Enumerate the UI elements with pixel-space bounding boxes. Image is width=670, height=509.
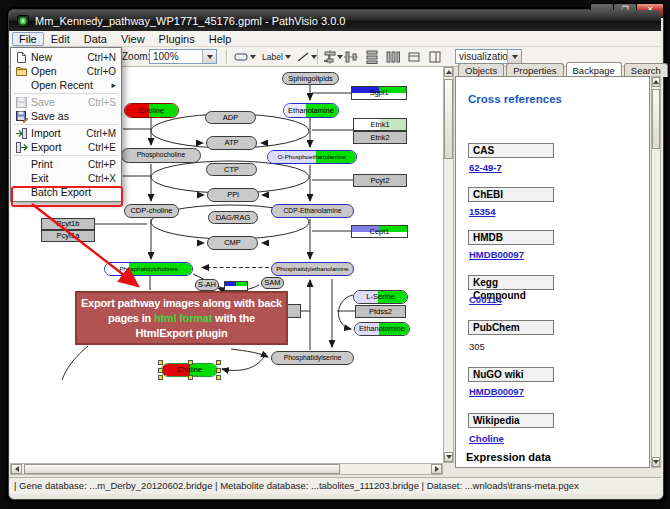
scroll-down-icon[interactable] — [444, 452, 453, 462]
file-menu-item-open-recent[interactable]: Open Recent▸ — [11, 78, 121, 92]
title-bar[interactable]: Mm_Kennedy_pathway_WP1771_45176.gpml - P… — [9, 10, 661, 31]
node-dag[interactable]: DAG/RAG — [208, 211, 258, 224]
node-pcyt2[interactable]: Pcyt2 — [353, 174, 407, 187]
export-image-icon[interactable] — [407, 50, 421, 64]
node-label: Ptdss2 — [369, 308, 392, 316]
side-panel-icon[interactable] — [428, 50, 442, 64]
annotation-line3: HtmlExport plugin — [77, 326, 286, 341]
scroll-left-icon[interactable] — [11, 464, 22, 474]
menubar-item-file[interactable]: File — [12, 32, 44, 46]
scroll-up-icon[interactable] — [652, 77, 660, 87]
node-sphingolipids[interactable]: Sphingolipids — [282, 72, 339, 85]
selection-handle[interactable] — [158, 368, 163, 373]
visualization-dropdown-icon[interactable] — [507, 50, 521, 63]
node-adp[interactable]: ADP — [205, 111, 256, 124]
backpage-value-chebi[interactable]: 15354 — [469, 206, 495, 217]
zoom-dropdown-icon[interactable] — [202, 50, 216, 63]
node-o-phosphoethanolamine[interactable]: O-Phosphoethanolamine — [267, 150, 357, 164]
file-menu: NewCtrl+NOpenCtrl+OOpen Recent▸SaveCtrl+… — [10, 47, 122, 202]
selection-handle[interactable] — [216, 368, 221, 373]
node-phosphatidylcholines[interactable]: Phosphatidylcholines — [104, 262, 193, 276]
selection-handle[interactable] — [158, 360, 163, 365]
node-phosphatidylserine[interactable]: Phosphatidylserine — [271, 351, 354, 365]
node-ethanolamine-bottom[interactable]: Ethanolamine — [354, 322, 410, 336]
node-etnk2[interactable]: Etnk2 — [353, 131, 407, 144]
datanode-tool-button[interactable] — [231, 47, 259, 66]
menubar-item-edit[interactable]: Edit — [44, 32, 77, 46]
scroll-right-icon[interactable] — [431, 464, 442, 474]
panel-vertical-scrollbar[interactable] — [651, 76, 661, 468]
align-center-icon[interactable] — [323, 50, 337, 64]
selection-handle[interactable] — [188, 375, 193, 380]
submenu-arrow-icon: ▸ — [111, 80, 116, 90]
backpage-value-cas[interactable]: 62-49-7 — [469, 162, 502, 173]
node-pcyt1a[interactable]: Pcyt1a — [41, 230, 95, 242]
node-cept1[interactable]: Cept1 — [351, 225, 408, 238]
node-ppi[interactable]: PPi — [207, 188, 259, 202]
stack-vertical-icon[interactable] — [365, 50, 379, 64]
zoom-combobox[interactable]: 100% — [149, 49, 217, 64]
node-cdp-choline[interactable]: CDP-choline — [124, 204, 179, 218]
node-phosphatidylethanolamine[interactable]: Phosphatidylethanolamine — [271, 262, 354, 276]
backpage-section-kegg-compound: Kegg Compound — [468, 275, 554, 290]
selection-handle[interactable] — [158, 375, 163, 380]
menubar-item-view[interactable]: View — [114, 32, 152, 46]
node-sam[interactable]: SAM — [261, 277, 284, 289]
file-menu-item-export[interactable]: ExportCtrl+E — [11, 140, 121, 154]
node-cmp[interactable]: CMP — [207, 236, 258, 250]
node-ptdss2[interactable]: Ptdss2 — [355, 305, 406, 318]
annotation-line2: pages in html format with the — [77, 311, 286, 326]
node-ethanolamine-top[interactable]: Ethanolamine — [283, 103, 339, 118]
file-menu-item-new[interactable]: NewCtrl+N — [11, 50, 121, 64]
file-menu-item-import[interactable]: ImportCtrl+M — [11, 126, 121, 140]
file-menu-item-print[interactable]: PrintCtrl+P — [11, 157, 121, 171]
tab-backpage[interactable]: Backpage — [566, 62, 622, 76]
horizontal-scroll-thumb[interactable] — [24, 464, 340, 474]
node-sgpl1[interactable]: Sgpl1 — [351, 86, 407, 100]
menu-item-label: Print — [31, 158, 53, 170]
tab-properties[interactable]: Properties — [506, 63, 563, 77]
node-atp[interactable]: ATP — [206, 136, 257, 150]
selection-handle[interactable] — [188, 360, 193, 365]
visualization-combobox[interactable]: visualization — [455, 49, 522, 64]
node-phosphocholine[interactable]: Phosphocholine — [121, 148, 201, 163]
chevron-down-icon — [250, 55, 256, 59]
scroll-up-icon[interactable] — [444, 67, 453, 77]
selection-handle[interactable] — [216, 375, 221, 380]
canvas-vertical-scrollbar[interactable] — [443, 66, 454, 463]
tab-objects[interactable]: Objects — [458, 63, 504, 77]
menubar-item-data[interactable]: Data — [77, 32, 114, 46]
align-middle-icon[interactable] — [344, 50, 358, 64]
menu-item-shortcut: Ctrl+M — [86, 128, 116, 139]
vertical-scroll-thumb[interactable] — [444, 79, 453, 159]
file-menu-item-save-as[interactable]: Save as — [11, 109, 121, 123]
node-choline-top[interactable]: Choline — [124, 103, 179, 118]
panel-scroll-thumb[interactable] — [652, 89, 660, 149]
node-s-ah[interactable]: S-AH — [195, 279, 219, 291]
backpage-value-nugo-wiki[interactable]: HMDB00097 — [469, 386, 524, 397]
stack-horizontal-icon[interactable] — [386, 50, 400, 64]
node-ctp[interactable]: CTP — [206, 163, 257, 176]
node-etnk1[interactable]: Etnk1 — [353, 118, 407, 131]
line-tool-button[interactable] — [294, 47, 320, 66]
node-pcyt1b[interactable]: Pcyt1b — [41, 218, 95, 230]
node-l-serine[interactable]: L-Serine — [353, 290, 408, 304]
node-cdp-ethanolamine[interactable]: CDP-Ethanolamine — [271, 204, 354, 218]
node-label: CTP — [224, 166, 239, 174]
file-menu-item-exit[interactable]: ExitCtrl+X — [11, 171, 121, 185]
menu-item-shortcut: Ctrl+X — [88, 173, 116, 184]
backpage-value-hmdb[interactable]: HMDB00097 — [469, 249, 524, 260]
backpage-value-wikipedia[interactable]: Choline — [469, 433, 504, 444]
backpage-value-kegg-compound[interactable]: C00114 — [469, 294, 502, 305]
menubar-item-help[interactable]: Help — [202, 32, 239, 46]
tab-search[interactable]: Search — [624, 63, 668, 77]
node-pemt-gene[interactable] — [224, 281, 248, 291]
side-panel: ObjectsPropertiesBackpageSearchLegend Cr… — [454, 63, 661, 470]
expression-data-heading: Expression data — [466, 451, 551, 463]
selection-handle[interactable] — [216, 360, 221, 365]
menubar-item-plugins[interactable]: Plugins — [152, 32, 202, 46]
scroll-down-icon[interactable] — [652, 457, 660, 467]
label-tool-button[interactable]: Label — [259, 47, 294, 66]
file-menu-item-open[interactable]: OpenCtrl+O — [11, 64, 121, 78]
canvas-horizontal-scrollbar[interactable] — [10, 463, 443, 475]
